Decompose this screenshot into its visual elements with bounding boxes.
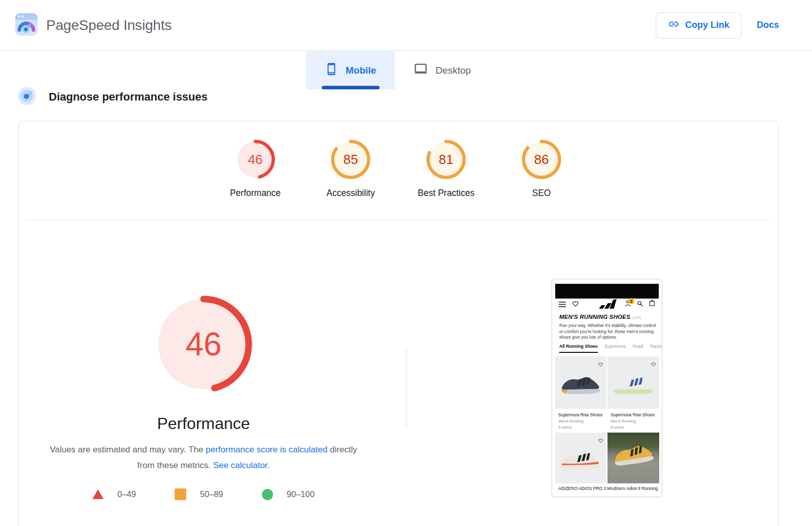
adidas-logo-icon [599,299,617,311]
favorite-heart-icon [598,436,603,445]
score-seo: 86 SEO [503,140,580,199]
product-colors: 5 colors [558,425,602,430]
product-name: ADIZERO ADIOS PRO 3 M [558,486,611,491]
product-label-4: Adizero Adios 8 Running [611,486,658,491]
product-name: Adizero Adios 8 Running [611,486,658,491]
product-name: Supernova Rise Shoes [558,412,602,417]
product-name: Supernova Rise Shoes [611,412,655,417]
screenshot-tab-road: Road [633,344,643,353]
product-label-1: Supernova Rise Shoes Men's Running 5 col… [558,412,602,430]
vertical-divider [406,348,407,427]
legend-average-range: 50–89 [200,489,223,499]
screenshot-result-count: (104) [632,316,641,319]
fail-triangle-icon [92,489,104,499]
product-image-4 [607,433,659,483]
score-accessibility: 85 Accessibility [313,140,389,199]
performance-score-value: 46 [235,140,275,179]
wishlist-heart-icon [572,300,579,309]
performance-detail-gauge: 46 [155,295,252,393]
favorite-heart-icon [598,359,603,369]
score-best-practices: 81 Best Practices [408,140,484,199]
seo-gauge: 86 [522,140,561,179]
score-legend: 0–49 50–89 90–100 [41,488,366,500]
screenshot-page-title-text: MEN'S RUNNING SHOES [559,314,630,320]
category-scores-row: 46 Performance 85 Accessibility 81 [19,140,778,199]
product-image-1 [555,356,606,409]
diagnose-section-header: Diagnose performance issues [17,86,208,108]
seo-score-label: SEO [532,188,551,199]
smartphone-icon [325,62,338,78]
product-colors: 5 colors [611,425,655,430]
see-calculator-link[interactable]: See calculator. [213,461,270,470]
product-category: Men's Running [558,419,602,423]
diagnose-title: Diagnose performance issues [49,90,208,104]
pass-circle-icon [262,489,273,500]
best-practices-score-value: 81 [426,140,466,179]
search-icon [637,300,643,309]
description-text-1: Values are estimated and may vary. The [50,445,206,454]
tab-desktop[interactable]: Desktop [395,51,490,89]
screenshot-tab-all: All Running Shoes [559,344,598,353]
shoe-illustration [610,437,657,469]
page-screenshot-thumbnail[interactable]: 1 MEN'S RUNNING SHOES(104) Run your way.… [552,279,662,497]
product-image-3 [555,433,606,483]
brand: PageSpeed Insights [15,13,172,38]
legend-fail: 0–49 [92,489,136,499]
cart-count-badge: 1 [628,298,634,304]
product-image-2 [607,356,659,409]
legend-pass-range: 90–100 [287,489,315,499]
header-actions: Copy Link Docs [656,12,779,39]
app-title: PageSpeed Insights [46,17,172,34]
bag-icon [649,299,655,308]
score-calculation-link[interactable]: performance score is calculated [206,445,327,454]
favorite-heart-icon [651,359,656,369]
legend-fail-range: 0–49 [117,489,136,499]
tab-desktop-label: Desktop [435,65,471,76]
copy-link-button[interactable]: Copy Link [656,12,741,39]
horizontal-divider [26,219,770,220]
app-header: PageSpeed Insights Copy Link Docs [0,0,812,51]
performance-gauge: 46 [235,140,275,179]
performance-score-label: Performance [230,188,281,199]
performance-detail-title: Performance [51,414,356,433]
performance-detail-value: 46 [155,295,252,393]
legend-pass: 90–100 [262,489,315,500]
copy-link-label: Copy Link [685,20,729,30]
device-tabs: Mobile Desktop [306,51,490,89]
link-icon [668,18,680,32]
seo-score-value: 86 [522,140,561,179]
screenshot-tab-racing: Racing [650,344,662,353]
product-label-3: ADIZERO ADIOS PRO 3 M [558,486,611,491]
best-practices-score-label: Best Practices [418,188,475,199]
screenshot-top-banner [555,284,659,299]
accessibility-score-value: 85 [331,140,370,179]
screenshot-tab-supernova: Supernova [605,344,626,353]
product-category: Men's Running [611,419,655,423]
tab-mobile-label: Mobile [346,65,376,76]
tab-mobile[interactable]: Mobile [306,51,395,89]
diagnose-target-icon [17,86,37,108]
laptop-icon [414,62,428,79]
screenshot-description: Run your way. Whether it's stability, cl… [559,323,658,341]
product-label-2: Supernova Rise Shoes Men's Running 5 col… [611,412,655,430]
accessibility-score-label: Accessibility [326,188,375,199]
report-card: 46 Performance 85 Accessibility 81 [18,121,779,526]
screenshot-filter-tabs: All Running Shoes Supernova Road Racing … [559,344,662,353]
shoe-illustration [559,370,603,396]
accessibility-gauge: 85 [331,140,370,179]
best-practices-gauge: 81 [426,140,466,179]
legend-average: 50–89 [175,488,223,500]
docs-link[interactable]: Docs [757,20,779,30]
average-square-icon [175,488,186,500]
pagespeed-logo-icon [15,13,38,38]
active-tab-indicator [322,86,380,89]
menu-icon [559,300,566,309]
shoe-illustration [559,446,603,471]
screenshot-page-title: MEN'S RUNNING SHOES(104) [559,314,641,320]
performance-description: Values are estimated and may vary. The p… [41,442,366,473]
score-performance: 46 Performance [217,140,293,199]
shoe-illustration [611,370,656,396]
